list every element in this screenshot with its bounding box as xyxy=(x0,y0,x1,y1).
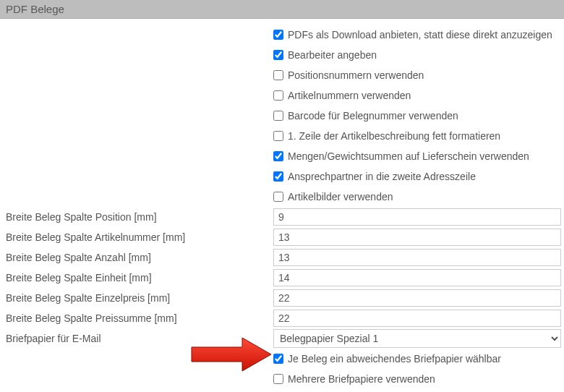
option-label: Je Beleg ein abweichendes Briefpapier wä… xyxy=(288,349,501,368)
option-bearbeiter[interactable]: Bearbeiter angeben xyxy=(273,46,561,64)
checkbox-mehrere[interactable] xyxy=(273,374,283,384)
input-width-einheit[interactable] xyxy=(273,269,561,286)
checkbox-artbilder[interactable] xyxy=(273,192,283,202)
checkbox-ansprech[interactable] xyxy=(273,171,283,182)
label-width-anzahl: Breite Beleg Spalte Anzahl [mm] xyxy=(6,247,273,268)
input-width-preissumme[interactable] xyxy=(273,310,561,327)
option-label: Artikelbilder verwenden xyxy=(288,187,393,206)
label-width-einzelpreis: Breite Beleg Spalte Einzelpreis [mm] xyxy=(6,288,273,308)
option-ansprech[interactable]: Ansprechpartner in die zweite Adresszeil… xyxy=(273,167,561,186)
checkbox-mengen[interactable] xyxy=(273,151,283,161)
option-jebeleg[interactable]: Je Beleg ein abweichendes Briefpapier wä… xyxy=(273,349,561,368)
input-width-einzelpreis[interactable] xyxy=(273,289,561,307)
label-width-position: Breite Beleg Spalte Position [mm] xyxy=(6,207,273,227)
option-label: Mengen/Gewichtsummen auf Lieferschein ve… xyxy=(288,147,529,166)
checkbox-posnr[interactable] xyxy=(273,70,283,80)
section-header: PDF Belege xyxy=(0,0,564,19)
option-label: Positionsnummern verwenden xyxy=(288,66,424,85)
option-pdf-download[interactable]: PDFs als Download anbieten, statt diese … xyxy=(273,25,561,44)
option-barcode[interactable]: Barcode für Belegnummer verwenden xyxy=(273,106,561,125)
option-label: Barcode für Belegnummer verwenden xyxy=(288,106,458,125)
option-label: Mehrere Briefpapiere verwenden xyxy=(288,370,435,388)
input-width-anzahl[interactable] xyxy=(273,249,561,266)
checkbox-artnr[interactable] xyxy=(273,90,283,101)
option-label: Ansprechpartner in die zweite Adresszeil… xyxy=(288,167,476,186)
checkbox-barcode[interactable] xyxy=(273,111,283,121)
option-artbilder[interactable]: Artikelbilder verwenden xyxy=(273,187,561,206)
option-label: 1. Zeile der Artikelbeschreibung fett fo… xyxy=(288,127,500,145)
option-label: PDFs als Download anbieten, statt diese … xyxy=(288,25,552,44)
option-artnr[interactable]: Artikelnummern verwenden xyxy=(273,86,561,105)
checkbox-jebeleg[interactable] xyxy=(273,354,283,364)
label-width-preissumme: Breite Beleg Spalte Preissumme [mm] xyxy=(6,308,273,328)
label-briefpapier-email: Briefpapier für E-Mail xyxy=(6,328,273,349)
option-label: Artikelnummern verwenden xyxy=(288,86,411,105)
checkbox-firstline[interactable] xyxy=(273,131,283,141)
checkbox-pdf-download[interactable] xyxy=(273,30,283,40)
select-briefpapier-email[interactable]: Belegpapier Spezial 1 xyxy=(273,329,561,348)
option-mehrere[interactable]: Mehrere Briefpapiere verwenden xyxy=(273,370,561,388)
label-width-einheit: Breite Beleg Spalte Einheit [mm] xyxy=(6,268,273,288)
option-label: Bearbeiter angeben xyxy=(288,46,377,64)
checkbox-bearbeiter[interactable] xyxy=(273,50,283,60)
input-width-artikelnr[interactable] xyxy=(273,229,561,246)
option-posnr[interactable]: Positionsnummern verwenden xyxy=(273,66,561,85)
label-width-artikelnr: Breite Beleg Spalte Artikelnummer [mm] xyxy=(6,227,273,247)
option-mengen[interactable]: Mengen/Gewichtsummen auf Lieferschein ve… xyxy=(273,147,561,166)
option-firstline[interactable]: 1. Zeile der Artikelbeschreibung fett fo… xyxy=(273,127,561,145)
input-width-position[interactable] xyxy=(273,208,561,226)
settings-form: PDFs als Download anbieten, statt diese … xyxy=(0,19,564,392)
